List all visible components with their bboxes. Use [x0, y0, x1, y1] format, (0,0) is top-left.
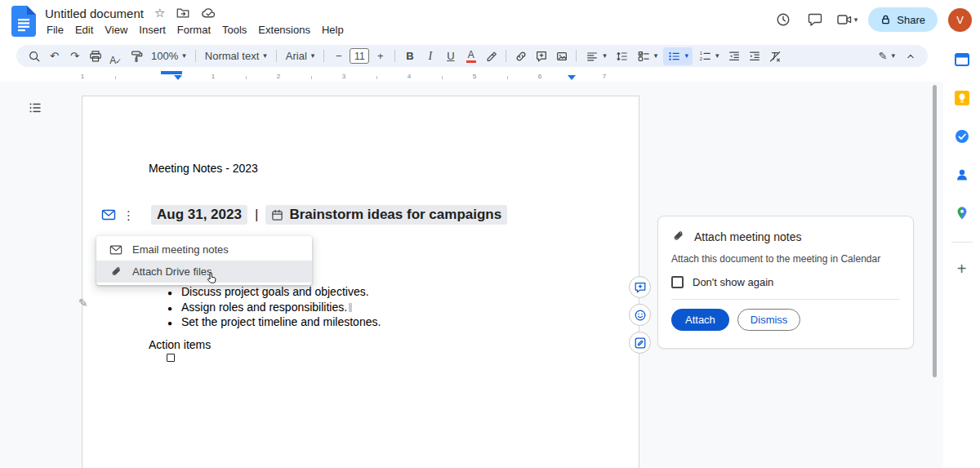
spellcheck-icon[interactable]: A✓ [106, 47, 125, 65]
increase-indent-icon[interactable] [745, 47, 764, 65]
bulleted-list-icon [667, 50, 680, 63]
maps-app-icon[interactable] [951, 202, 973, 225]
collapse-toolbar-icon[interactable] [901, 47, 920, 65]
version-history-icon[interactable] [773, 9, 794, 30]
meet-button[interactable]: ▾ [836, 11, 858, 28]
action-item-checkbox[interactable] [167, 354, 175, 362]
emoji-reaction-button[interactable] [629, 304, 651, 326]
decrease-indent-icon[interactable] [724, 47, 743, 65]
italic-button[interactable]: I [421, 47, 439, 65]
add-comment-button[interactable] [629, 276, 651, 298]
insert-link-icon[interactable] [511, 47, 530, 65]
docs-logo[interactable] [11, 6, 36, 37]
comments-icon[interactable] [804, 9, 826, 30]
decrease-font-size-button[interactable]: − [329, 47, 348, 65]
kebab-menu-icon[interactable]: ⋮ [122, 209, 135, 221]
chevron-down-icon: ▾ [854, 16, 858, 24]
email-icon[interactable] [101, 207, 116, 222]
calendar-app-icon[interactable] [951, 48, 973, 71]
avatar[interactable]: V [948, 8, 972, 32]
title-row: Untitled document ☆ [45, 4, 216, 22]
meeting-notes-chip-row: ⋮ Aug 31, 2023 | Brainstorm ideas for ca… [101, 204, 507, 225]
tasks-app-icon[interactable] [951, 125, 973, 148]
line-spacing-icon[interactable] [612, 47, 631, 65]
menu-edit[interactable]: Edit [69, 22, 99, 38]
highlight-color-icon[interactable] [482, 47, 501, 65]
add-comment-icon [634, 281, 647, 294]
bulleted-list: ● Discuss project goals and objectives. … [167, 285, 381, 331]
menu-tools[interactable]: Tools [216, 22, 252, 38]
numbered-list-icon: 12 [698, 50, 711, 63]
share-button[interactable]: Share [868, 7, 938, 32]
dismiss-button[interactable]: Dismiss [737, 309, 801, 331]
editing-mode-select[interactable]: ✎ ▾ [875, 47, 899, 65]
menu-view[interactable]: View [99, 22, 133, 38]
increase-font-size-button[interactable]: + [371, 47, 390, 65]
zoom-value: 100% [151, 50, 178, 62]
text-color-button[interactable]: A [461, 47, 480, 65]
menu-format[interactable]: Format [172, 22, 216, 38]
show-outline-icon[interactable] [26, 100, 44, 116]
list-item[interactable]: ● Assign roles and responsibilities. [167, 301, 381, 316]
toolbar-divider [276, 50, 277, 62]
underline-button[interactable]: U [441, 47, 460, 65]
undo-icon[interactable]: ↶ [45, 47, 64, 65]
toolbar-divider [576, 50, 577, 62]
keep-app-icon[interactable] [951, 87, 973, 109]
checklist-select[interactable]: ▾ [633, 47, 662, 65]
menu-item-email-meeting-notes[interactable]: Email meeting notes [96, 238, 312, 261]
font-select[interactable]: Arial ▾ [282, 47, 319, 65]
menu-item-attach-drive-files[interactable]: Attach Drive files [96, 261, 312, 283]
toolbar: ↶ ↷ A✓ 100% ▾ Normal text ▾ Arial ▾ − 11… [16, 45, 928, 67]
menu-extensions[interactable]: Extensions [252, 22, 316, 38]
bulleted-list-button[interactable]: ▾ [663, 47, 693, 65]
suggest-edits-button[interactable] [629, 332, 651, 354]
print-icon[interactable] [86, 47, 105, 65]
star-icon[interactable]: ☆ [154, 6, 165, 20]
document-title[interactable]: Untitled document [45, 7, 144, 20]
paperclip-icon [109, 265, 122, 279]
clear-formatting-icon[interactable] [765, 47, 784, 65]
chevron-down-icon: ▾ [603, 52, 607, 60]
insert-image-icon[interactable] [552, 47, 571, 65]
add-comment-icon[interactable] [532, 47, 550, 65]
redo-icon[interactable]: ↷ [65, 47, 84, 65]
attach-button[interactable]: Attach [671, 309, 729, 331]
font-size-input[interactable]: 11 [350, 48, 369, 64]
list-item-text: Discuss project goals and objectives. [181, 285, 369, 299]
cloud-status-icon[interactable] [201, 6, 216, 21]
menu-help[interactable]: Help [316, 22, 350, 38]
contacts-app-icon[interactable] [951, 163, 973, 186]
first-line-indent-marker[interactable] [161, 71, 182, 74]
collaborator-cursor [349, 303, 352, 312]
dont-show-again-checkbox[interactable] [671, 276, 684, 288]
action-items-text[interactable]: Action items [149, 338, 211, 351]
ruler-tick [246, 76, 247, 79]
list-item[interactable]: ● Set the project timeline and milestone… [167, 315, 381, 331]
doc-heading-text[interactable]: Meeting Notes - 2023 [149, 162, 258, 175]
paragraph-style-select[interactable]: Normal text ▾ [201, 47, 271, 65]
list-item[interactable]: ● Discuss project goals and objectives. [167, 285, 381, 301]
align-select[interactable]: ▾ [581, 47, 611, 65]
search-icon[interactable] [24, 47, 43, 65]
get-addons-button[interactable]: + [951, 257, 973, 280]
date-chip[interactable]: Aug 31, 2023 [151, 205, 247, 225]
card-body-text: Attach this document to the meeting in C… [671, 253, 900, 265]
vertical-scrollbar[interactable] [933, 85, 937, 377]
bold-button[interactable]: B [400, 47, 419, 65]
toolbar-divider [195, 50, 196, 62]
paragraph-style-value: Normal text [205, 50, 259, 62]
numbered-list-select[interactable]: 12 ▾ [694, 47, 724, 65]
paint-format-icon[interactable] [127, 47, 145, 65]
attach-meeting-notes-card: Attach meeting notes Attach this documen… [657, 216, 914, 349]
move-to-folder-icon[interactable] [176, 6, 190, 20]
menu-file[interactable]: File [41, 22, 69, 38]
menu-insert[interactable]: Insert [133, 22, 172, 38]
event-chip[interactable]: Brainstorm ideas for campaigns [265, 205, 507, 225]
ruler-tick [507, 76, 508, 79]
zoom-select[interactable]: 100% ▾ [147, 47, 190, 65]
checklist-icon [637, 50, 650, 63]
margin-pencil-icon[interactable]: ✎ [78, 296, 88, 310]
right-indent-marker[interactable] [568, 75, 576, 80]
left-indent-marker[interactable] [174, 75, 182, 80]
